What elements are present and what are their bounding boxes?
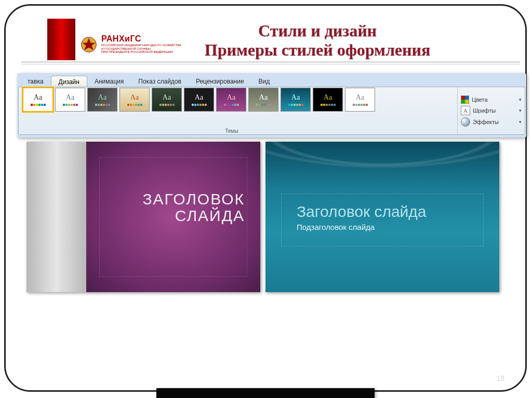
dropdown-arrow-icon: ▾	[519, 97, 522, 102]
swatch	[172, 104, 175, 106]
teal-title: Заголовок слайда	[297, 204, 478, 219]
swatch	[130, 104, 132, 106]
theme-examples: ЗАГОЛОВОК СЛАЙДА Заголовок слайда Подзаг…	[26, 142, 260, 398]
swatch	[355, 104, 357, 106]
swatch	[296, 104, 298, 106]
themes-group-label: Темы	[19, 128, 445, 134]
swatch	[65, 104, 68, 106]
example-slide-purple: ЗАГОЛОВОК СЛАЙДА	[26, 142, 260, 292]
effects-dropdown[interactable]: Эффекты ▾	[461, 117, 522, 127]
theme-thumb-8[interactable]: Aa	[248, 88, 278, 112]
emblem-icon	[79, 35, 98, 54]
swatch	[261, 104, 263, 106]
swatch	[229, 104, 231, 106]
theme-swatch-row	[63, 104, 78, 106]
swatch	[269, 104, 271, 106]
swatch	[194, 104, 196, 106]
book-icon	[47, 19, 75, 60]
theme-aa-label: Aa	[227, 93, 235, 102]
theme-swatch-row	[288, 104, 303, 106]
purple-title-line2: СЛАЙДА	[102, 208, 245, 224]
theme-thumb-2[interactable]: Aa	[55, 88, 85, 112]
title-line-1: Стили и дизайн	[141, 21, 494, 40]
swatch	[227, 104, 229, 106]
swatch	[334, 104, 336, 106]
ribbon-body: AaAaAaAaAaAaAaAaAaAaAa Темы Цвета ▾ A Шр…	[18, 87, 525, 135]
theme-swatch-row	[353, 104, 368, 106]
swatch	[361, 104, 363, 106]
theme-aa-label: Aa	[66, 93, 74, 102]
swatch	[73, 104, 75, 106]
swatch	[200, 104, 202, 106]
slide-title: Стили и дизайн Примеры стилей оформления	[141, 21, 494, 60]
swatch	[321, 104, 323, 106]
swatch	[256, 104, 258, 106]
theme-thumb-9[interactable]: Aa	[281, 88, 311, 112]
theme-thumb-7[interactable]: Aa	[216, 88, 246, 112]
theme-aa-label: Aa	[130, 93, 139, 102]
swatch	[234, 104, 236, 106]
swatch	[100, 104, 102, 106]
swatch	[288, 104, 290, 106]
effects-label: Эффекты	[473, 119, 499, 125]
title-underline	[21, 62, 520, 62]
theme-thumb-10[interactable]: Aa	[313, 88, 343, 112]
swatch	[41, 104, 43, 106]
theme-swatch-row	[95, 104, 110, 106]
swatch	[98, 104, 100, 106]
dropdown-arrow-icon: ▾	[519, 119, 522, 125]
theme-swatch-row	[256, 104, 271, 106]
swatch	[301, 104, 303, 106]
swatch	[162, 104, 164, 106]
purple-sidebar	[26, 142, 86, 292]
colors-icon	[461, 95, 469, 104]
swatch	[165, 104, 167, 106]
swatch	[132, 104, 135, 106]
swatch	[71, 104, 73, 106]
ribbon-theme-options: Цвета ▾ A Шрифты ▾ Эффекты ▾	[457, 87, 525, 134]
swatch	[127, 104, 129, 106]
fonts-dropdown[interactable]: A Шрифты ▾	[461, 105, 522, 116]
theme-thumb-5[interactable]: Aa	[152, 88, 182, 112]
swatch	[328, 104, 330, 106]
teal-subtitle: Подзаголовок слайда	[297, 223, 478, 231]
swatch	[108, 104, 110, 106]
swatch	[140, 104, 142, 106]
theme-aa-label: Aa	[98, 93, 107, 102]
swatch	[159, 104, 162, 106]
theme-thumb-1[interactable]: Aa	[23, 88, 53, 112]
theme-swatch-row	[159, 104, 175, 106]
swatch	[294, 104, 296, 106]
colors-dropdown[interactable]: Цвета ▾	[461, 95, 522, 104]
swatch	[38, 104, 41, 106]
swatch	[353, 104, 355, 106]
swatch	[363, 104, 365, 106]
swatch	[138, 104, 140, 106]
swatch	[232, 104, 234, 106]
swatch	[68, 104, 70, 106]
theme-swatch-row	[321, 104, 336, 106]
title-underline-shadow	[21, 64, 520, 64]
theme-thumb-11[interactable]: Aa	[345, 88, 375, 112]
theme-thumb-4[interactable]: Aa	[119, 88, 150, 112]
theme-swatch-row	[192, 104, 207, 106]
theme-thumb-3[interactable]: Aa	[87, 88, 117, 112]
effects-icon	[461, 117, 470, 127]
swatch	[202, 104, 204, 106]
swatch	[267, 104, 269, 106]
swatch	[33, 104, 35, 106]
page-number: 18	[496, 374, 504, 382]
swatch	[63, 104, 65, 106]
swatch	[36, 104, 38, 106]
swatch	[326, 104, 328, 106]
theme-swatch-row	[224, 104, 239, 106]
swatch	[259, 104, 261, 106]
theme-aa-label: Aa	[324, 93, 332, 102]
swatch	[170, 104, 172, 106]
swatch	[205, 104, 207, 106]
powerpoint-ribbon: тавка Дизайн Анимация Показ слайдов Реце…	[17, 73, 526, 138]
example-slide-teal: Заголовок слайда Подзаголовок слайда	[265, 142, 499, 292]
swatch	[167, 104, 169, 106]
theme-thumb-6[interactable]: Aa	[184, 88, 214, 112]
dropdown-arrow-icon: ▾	[519, 108, 522, 113]
